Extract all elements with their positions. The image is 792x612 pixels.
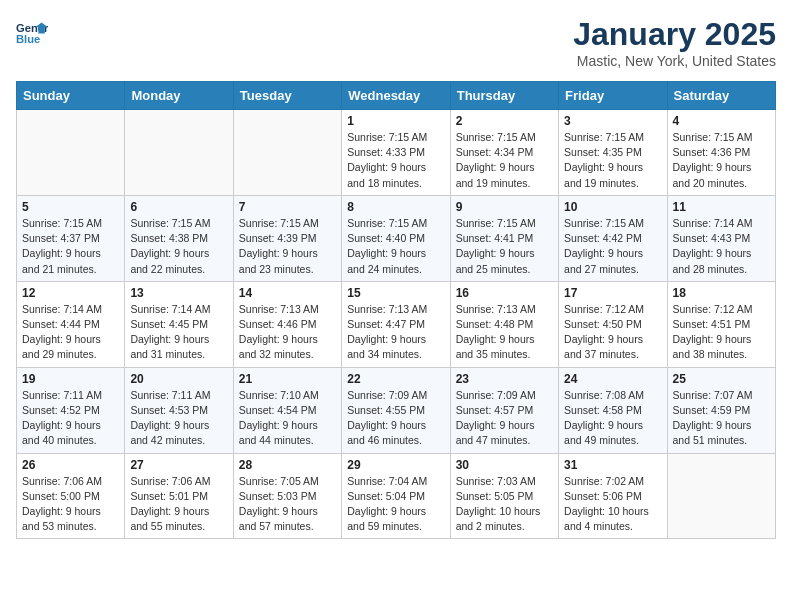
day-number: 18 [673, 286, 770, 300]
calendar-cell: 19Sunrise: 7:11 AMSunset: 4:52 PMDayligh… [17, 367, 125, 453]
day-info: Sunrise: 7:15 AMSunset: 4:40 PMDaylight:… [347, 216, 444, 277]
calendar-cell: 6Sunrise: 7:15 AMSunset: 4:38 PMDaylight… [125, 195, 233, 281]
day-number: 10 [564, 200, 661, 214]
calendar-table: SundayMondayTuesdayWednesdayThursdayFrid… [16, 81, 776, 539]
day-info: Sunrise: 7:15 AMSunset: 4:33 PMDaylight:… [347, 130, 444, 191]
weekday-header: Saturday [667, 82, 775, 110]
day-info: Sunrise: 7:15 AMSunset: 4:37 PMDaylight:… [22, 216, 119, 277]
calendar-cell: 10Sunrise: 7:15 AMSunset: 4:42 PMDayligh… [559, 195, 667, 281]
calendar-cell: 27Sunrise: 7:06 AMSunset: 5:01 PMDayligh… [125, 453, 233, 539]
day-number: 22 [347, 372, 444, 386]
location: Mastic, New York, United States [573, 53, 776, 69]
day-info: Sunrise: 7:15 AMSunset: 4:41 PMDaylight:… [456, 216, 553, 277]
day-number: 9 [456, 200, 553, 214]
calendar-cell: 11Sunrise: 7:14 AMSunset: 4:43 PMDayligh… [667, 195, 775, 281]
day-info: Sunrise: 7:10 AMSunset: 4:54 PMDaylight:… [239, 388, 336, 449]
calendar-cell: 13Sunrise: 7:14 AMSunset: 4:45 PMDayligh… [125, 281, 233, 367]
calendar-cell: 1Sunrise: 7:15 AMSunset: 4:33 PMDaylight… [342, 110, 450, 196]
day-number: 29 [347, 458, 444, 472]
calendar-cell: 30Sunrise: 7:03 AMSunset: 5:05 PMDayligh… [450, 453, 558, 539]
day-number: 1 [347, 114, 444, 128]
calendar-cell: 3Sunrise: 7:15 AMSunset: 4:35 PMDaylight… [559, 110, 667, 196]
calendar-cell: 9Sunrise: 7:15 AMSunset: 4:41 PMDaylight… [450, 195, 558, 281]
day-number: 24 [564, 372, 661, 386]
day-number: 16 [456, 286, 553, 300]
day-info: Sunrise: 7:14 AMSunset: 4:44 PMDaylight:… [22, 302, 119, 363]
calendar-cell: 29Sunrise: 7:04 AMSunset: 5:04 PMDayligh… [342, 453, 450, 539]
day-number: 15 [347, 286, 444, 300]
day-info: Sunrise: 7:15 AMSunset: 4:38 PMDaylight:… [130, 216, 227, 277]
day-info: Sunrise: 7:12 AMSunset: 4:50 PMDaylight:… [564, 302, 661, 363]
weekday-header: Sunday [17, 82, 125, 110]
day-number: 26 [22, 458, 119, 472]
svg-text:Blue: Blue [16, 33, 40, 45]
day-number: 19 [22, 372, 119, 386]
day-number: 17 [564, 286, 661, 300]
calendar-cell: 12Sunrise: 7:14 AMSunset: 4:44 PMDayligh… [17, 281, 125, 367]
day-number: 21 [239, 372, 336, 386]
calendar-cell: 7Sunrise: 7:15 AMSunset: 4:39 PMDaylight… [233, 195, 341, 281]
page-header: General Blue January 2025 Mastic, New Yo… [16, 16, 776, 69]
day-number: 14 [239, 286, 336, 300]
day-number: 8 [347, 200, 444, 214]
weekday-header: Thursday [450, 82, 558, 110]
calendar-cell: 8Sunrise: 7:15 AMSunset: 4:40 PMDaylight… [342, 195, 450, 281]
calendar-cell: 24Sunrise: 7:08 AMSunset: 4:58 PMDayligh… [559, 367, 667, 453]
day-info: Sunrise: 7:14 AMSunset: 4:45 PMDaylight:… [130, 302, 227, 363]
calendar-cell: 18Sunrise: 7:12 AMSunset: 4:51 PMDayligh… [667, 281, 775, 367]
day-info: Sunrise: 7:06 AMSunset: 5:00 PMDaylight:… [22, 474, 119, 535]
day-info: Sunrise: 7:13 AMSunset: 4:48 PMDaylight:… [456, 302, 553, 363]
calendar-cell: 15Sunrise: 7:13 AMSunset: 4:47 PMDayligh… [342, 281, 450, 367]
day-info: Sunrise: 7:15 AMSunset: 4:35 PMDaylight:… [564, 130, 661, 191]
logo: General Blue [16, 16, 48, 48]
day-info: Sunrise: 7:04 AMSunset: 5:04 PMDaylight:… [347, 474, 444, 535]
day-number: 11 [673, 200, 770, 214]
day-info: Sunrise: 7:09 AMSunset: 4:57 PMDaylight:… [456, 388, 553, 449]
calendar-cell: 23Sunrise: 7:09 AMSunset: 4:57 PMDayligh… [450, 367, 558, 453]
day-number: 20 [130, 372, 227, 386]
weekday-header: Wednesday [342, 82, 450, 110]
day-info: Sunrise: 7:15 AMSunset: 4:34 PMDaylight:… [456, 130, 553, 191]
calendar-cell [233, 110, 341, 196]
calendar-body: 1Sunrise: 7:15 AMSunset: 4:33 PMDaylight… [17, 110, 776, 539]
day-number: 7 [239, 200, 336, 214]
day-number: 30 [456, 458, 553, 472]
month-title: January 2025 [573, 16, 776, 53]
day-number: 28 [239, 458, 336, 472]
weekday-header: Tuesday [233, 82, 341, 110]
day-info: Sunrise: 7:11 AMSunset: 4:53 PMDaylight:… [130, 388, 227, 449]
day-number: 31 [564, 458, 661, 472]
day-info: Sunrise: 7:15 AMSunset: 4:39 PMDaylight:… [239, 216, 336, 277]
calendar-cell [667, 453, 775, 539]
calendar-cell: 5Sunrise: 7:15 AMSunset: 4:37 PMDaylight… [17, 195, 125, 281]
day-number: 27 [130, 458, 227, 472]
day-info: Sunrise: 7:12 AMSunset: 4:51 PMDaylight:… [673, 302, 770, 363]
title-block: January 2025 Mastic, New York, United St… [573, 16, 776, 69]
day-info: Sunrise: 7:07 AMSunset: 4:59 PMDaylight:… [673, 388, 770, 449]
day-info: Sunrise: 7:15 AMSunset: 4:42 PMDaylight:… [564, 216, 661, 277]
calendar-cell: 14Sunrise: 7:13 AMSunset: 4:46 PMDayligh… [233, 281, 341, 367]
calendar-cell: 25Sunrise: 7:07 AMSunset: 4:59 PMDayligh… [667, 367, 775, 453]
day-number: 6 [130, 200, 227, 214]
calendar-cell: 21Sunrise: 7:10 AMSunset: 4:54 PMDayligh… [233, 367, 341, 453]
day-info: Sunrise: 7:13 AMSunset: 4:46 PMDaylight:… [239, 302, 336, 363]
day-info: Sunrise: 7:11 AMSunset: 4:52 PMDaylight:… [22, 388, 119, 449]
calendar-cell: 17Sunrise: 7:12 AMSunset: 4:50 PMDayligh… [559, 281, 667, 367]
calendar-header: SundayMondayTuesdayWednesdayThursdayFrid… [17, 82, 776, 110]
weekday-header: Monday [125, 82, 233, 110]
day-number: 23 [456, 372, 553, 386]
day-info: Sunrise: 7:03 AMSunset: 5:05 PMDaylight:… [456, 474, 553, 535]
calendar-cell: 2Sunrise: 7:15 AMSunset: 4:34 PMDaylight… [450, 110, 558, 196]
day-info: Sunrise: 7:02 AMSunset: 5:06 PMDaylight:… [564, 474, 661, 535]
calendar-cell: 4Sunrise: 7:15 AMSunset: 4:36 PMDaylight… [667, 110, 775, 196]
logo-icon: General Blue [16, 16, 48, 48]
day-info: Sunrise: 7:14 AMSunset: 4:43 PMDaylight:… [673, 216, 770, 277]
day-number: 13 [130, 286, 227, 300]
day-info: Sunrise: 7:13 AMSunset: 4:47 PMDaylight:… [347, 302, 444, 363]
day-info: Sunrise: 7:08 AMSunset: 4:58 PMDaylight:… [564, 388, 661, 449]
day-number: 12 [22, 286, 119, 300]
calendar-cell [125, 110, 233, 196]
calendar-cell: 20Sunrise: 7:11 AMSunset: 4:53 PMDayligh… [125, 367, 233, 453]
calendar-cell: 28Sunrise: 7:05 AMSunset: 5:03 PMDayligh… [233, 453, 341, 539]
weekday-header: Friday [559, 82, 667, 110]
